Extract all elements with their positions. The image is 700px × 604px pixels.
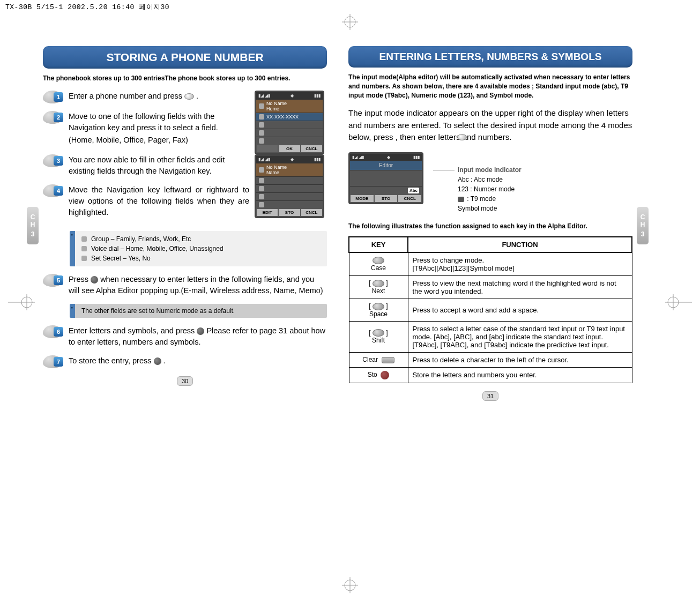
crop-mark-bottom (342, 577, 358, 593)
step-1: 1 Enter a phone number and press . (43, 91, 249, 103)
indicator-123: 123 : Number mode (433, 184, 522, 194)
function-intro: The following illustrates the function a… (348, 222, 632, 231)
ok-button-icon (91, 276, 98, 284)
secret-icon (81, 256, 87, 261)
indicator-t9: : T9 mode (465, 195, 496, 203)
contact-icon-2 (259, 167, 264, 173)
softkey-cncl-2: CNCL (301, 208, 323, 217)
row-icon-4 (259, 178, 264, 183)
chapter-tab-right: C H 3 (637, 207, 649, 244)
note-default-mode: The other fields are set to Numeric mode… (70, 304, 327, 318)
crop-mark-right (665, 294, 692, 310)
func-shift: Press to select a letter case of the sta… (408, 321, 632, 352)
crop-mark-top (342, 14, 358, 30)
chapter-3: 3 (31, 230, 35, 238)
chapter-tab-left: C H 3 (27, 207, 39, 244)
step-num-5: 5 (54, 275, 63, 285)
body-right: The input mode indicator appears on the … (348, 107, 632, 144)
table-row: [ ]Next Press to view the next matching … (349, 275, 632, 299)
step-5-text-b: when necessary to enter letters in the f… (69, 275, 323, 295)
table-row: Case Press to change mode. [T9Abc][Abc][… (349, 252, 632, 276)
func-space: Press to accept a word and add a space. (408, 299, 632, 321)
func-sto: Store the letters and numbers you enter. (408, 367, 632, 383)
crop-mark-left (8, 294, 35, 310)
phone-icon (259, 114, 264, 120)
ok-button-icon-3 (154, 357, 161, 365)
intro-right: The input mode(Alpha editor) will be aut… (348, 73, 632, 100)
clear-key-icon (382, 357, 394, 363)
step-7-text-b: . (163, 356, 166, 365)
table-row: Clear Press to delete a character to the… (349, 352, 632, 367)
editor-screen: ▮◢ ◢▮◆▮▮▮ Editor Abc MODE STO CNCL (348, 152, 423, 204)
sto-key-icon (381, 371, 389, 379)
next-key-icon (373, 280, 384, 287)
key-next: Next (372, 287, 385, 295)
softkey-edit: EDIT (256, 208, 278, 217)
chapter-c: C (31, 213, 35, 221)
phone-screen-2: ▮◢ ◢▮◆▮▮▮ No NameName EDITSTOCNCL (255, 154, 324, 218)
step-num-1: 1 (54, 92, 63, 102)
bullet-voice: Voice dial – Home, Mobile, Office, Unass… (91, 244, 224, 253)
intro-left: The phonebook stores up to 300 entriesTh… (43, 74, 327, 83)
key-function-table: KEY FUNCTION Case Press to change mode. … (348, 236, 632, 383)
softkey-mode: MODE (350, 195, 374, 203)
func-clear: Press to delete a character to the left … (408, 352, 632, 367)
key-case: Case (371, 264, 386, 272)
file-header: TX-30B 5/15-1 2002.5.20 16:40 페이지30 (0, 0, 700, 14)
bullet-secret: Set Secret – Yes, No (91, 253, 151, 263)
softkey-cncl: CNCL (301, 145, 323, 153)
softkey-sto: STO (374, 195, 398, 203)
nav-key-icon (184, 93, 194, 100)
bullet-group: Group – Family, Friends, Work, Etc (91, 234, 191, 244)
ok-button-icon-2 (197, 327, 204, 335)
indicator-heading: Input mode indicator (458, 166, 522, 174)
step-num-3: 3 (54, 156, 63, 166)
step-4: 4 Move the Navigation key leftward or ri… (43, 184, 249, 218)
abc-badge: Abc (408, 188, 419, 193)
softkey-ok: OK (278, 145, 300, 153)
screen1-value: XX-XXX-XXXX (266, 114, 299, 120)
case-key-icon (373, 257, 384, 264)
shift-key-icon (373, 329, 384, 337)
table-row: Sto Store the letters and numbers you en… (349, 367, 632, 383)
step-1-text: Enter a phone number and press (69, 92, 182, 100)
step-num-2: 2 (54, 113, 63, 122)
screen2-name: No Name (266, 165, 287, 170)
page-number-left: 30 (43, 376, 327, 386)
step-num-4: 4 (54, 186, 63, 196)
step-1-period: . (196, 92, 198, 100)
step-5: 5 Press when necessary to enter letters … (43, 274, 327, 296)
row-icon-7 (259, 202, 264, 207)
row-icon-5 (259, 186, 264, 191)
contact-icon (259, 103, 264, 109)
step-3: 3 You are now able to fill in other fiel… (43, 154, 249, 177)
indicator-sym: Symbol mode (433, 204, 522, 213)
row-icon-3 (259, 138, 264, 144)
input-mode-legend: Input mode indicator Abc : Abc mode 123 … (433, 152, 522, 213)
chapter-h: H (31, 221, 35, 228)
softkey-cncl-3: CNCL (398, 195, 422, 203)
func-next: Press to view the next matching word if … (408, 275, 632, 299)
step-4-text: Move the Navigation key leftward or righ… (69, 184, 249, 218)
section-title-left: STORING A PHONE NUMBER (43, 46, 327, 69)
indicator-abc: Abc : Abc mode (433, 175, 522, 184)
row-icon-2 (259, 130, 264, 136)
screen1-field: Home (266, 106, 287, 111)
screen1-name: No Name (266, 101, 287, 106)
phone-screen-1: ▮◢ ◢▮◆▮▮▮ No NameHome XX-XXX-XXXX OKCNCL (255, 91, 324, 154)
func-case: Press to change mode. [T9Abc][Abc][123][… (408, 252, 632, 276)
softkey-sto-2: STO (278, 208, 300, 217)
table-row: [ ]Shift Press to select a letter case o… (349, 321, 632, 352)
step-3-text: You are now able to fill in other fields… (69, 154, 249, 177)
section-title-right: ENTERING LETTERS, NUMBERS & SYMBOLS (348, 46, 632, 68)
step-num-6: 6 (54, 327, 63, 337)
table-row: [ ]Space Press to accept a word and add … (349, 299, 632, 321)
page-number-right: 31 (348, 391, 632, 401)
key-sto: Sto (368, 371, 377, 378)
th-key: KEY (349, 237, 408, 252)
space-key-icon (373, 303, 384, 310)
step-2-text: Move to one of the following fields with… (69, 112, 218, 132)
step-2-sub: (Home, Mobile, Office, Pager, Fax) (69, 135, 249, 146)
bullet-options: Group – Family, Friends, Work, Etc Voice… (70, 231, 327, 266)
page-right: C H 3 ENTERING LETTERS, NUMBERS & SYMBOL… (338, 35, 643, 401)
